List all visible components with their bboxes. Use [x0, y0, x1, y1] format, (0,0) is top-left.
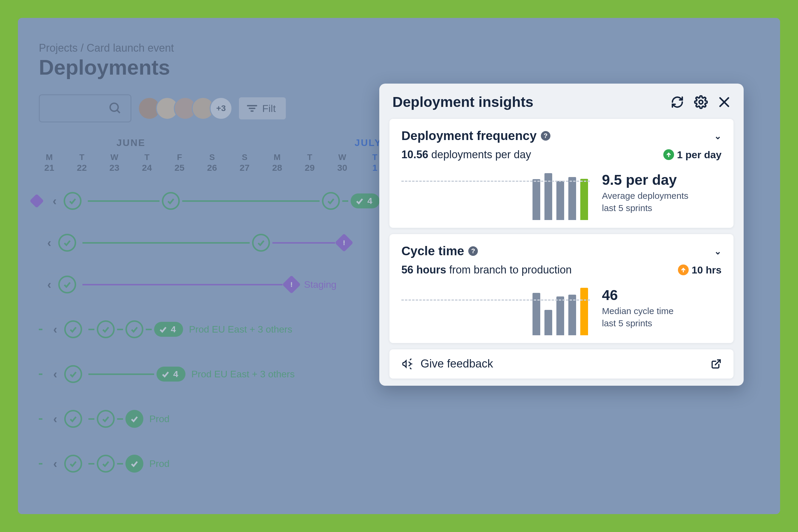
success-check-icon [162, 192, 180, 210]
app-frame: Projects / Card launch event Deployments… [18, 18, 780, 514]
svg-line-17 [715, 360, 720, 365]
spark-bar [556, 297, 564, 335]
cycle-avg-value: 46 [602, 287, 722, 303]
connector-line [88, 329, 94, 330]
feedback-button[interactable]: Give feedback [389, 349, 734, 379]
help-icon[interactable]: ? [541, 131, 551, 140]
expand-pill[interactable]: ‹ [45, 408, 86, 430]
expand-pill[interactable]: ‹ [39, 232, 80, 254]
deployment-pill[interactable]: 4 [154, 322, 183, 337]
calendar-day[interactable]: T22 [71, 153, 92, 173]
deployment-pill[interactable]: 4 [351, 193, 379, 208]
cycle-value: 56 hours [402, 264, 446, 276]
warning-diamond-icon [282, 275, 301, 294]
expand-pill[interactable]: ‹ [45, 453, 86, 475]
connector-line [182, 200, 319, 202]
env-label: Prod [149, 458, 170, 469]
success-check-icon [97, 320, 115, 338]
svg-point-0 [110, 103, 118, 111]
connector-line [272, 242, 335, 244]
timeline-row[interactable]: ‹ Prod [39, 404, 759, 434]
calendar-day[interactable]: S27 [234, 153, 255, 173]
close-icon[interactable] [718, 96, 730, 108]
freq-avg-value: 9.5 per day [602, 172, 722, 188]
calendar-day[interactable]: S26 [202, 153, 222, 173]
calendar-day[interactable]: F25 [169, 153, 190, 173]
success-check-icon [322, 192, 340, 210]
deployment-insights-panel: Deployment insights Deployment frequency… [379, 83, 744, 386]
spark-bar [556, 181, 564, 220]
spark-bar [533, 179, 540, 220]
calendar-day[interactable]: W23 [104, 153, 125, 173]
calendar-day[interactable]: M21 [39, 153, 60, 173]
expand-pill[interactable]: ‹ [44, 190, 86, 212]
spark-bar [580, 288, 588, 335]
timeline-row[interactable]: ‹ Prod [39, 449, 759, 478]
avatar-overflow[interactable]: +3 [210, 97, 233, 120]
success-check-icon [97, 410, 115, 428]
arrow-up-icon [678, 265, 689, 275]
refresh-icon[interactable] [671, 96, 684, 109]
expand-pill[interactable]: ‹ [39, 273, 80, 296]
connector-line [82, 242, 250, 244]
chevron-down-icon[interactable]: ⌄ [714, 246, 722, 256]
expand-pill[interactable]: ‹ [45, 363, 86, 385]
cycle-delta-value: 10 hrs [692, 264, 722, 276]
calendar-day[interactable]: W30 [332, 153, 353, 173]
connector-line [88, 200, 160, 202]
panel-actions [671, 95, 730, 109]
deployment-pill[interactable]: 4 [156, 367, 185, 382]
svg-line-14 [410, 359, 411, 360]
chevron-left-icon: ‹ [46, 365, 64, 383]
svg-line-1 [117, 110, 120, 113]
env-label: Prod EU East + 3 others [191, 369, 295, 380]
calendar-day[interactable]: M28 [267, 153, 287, 173]
check-icon [158, 324, 168, 334]
calendar-month: JULY [354, 137, 382, 148]
calendar-day[interactable]: T24 [136, 153, 157, 173]
connector-line [117, 329, 123, 330]
help-icon[interactable]: ? [468, 246, 478, 256]
external-link-icon [711, 359, 722, 369]
cycle-subtitle: 56 hours from branch to production [402, 264, 572, 276]
success-check-solid-icon [126, 410, 143, 428]
spark-bar [568, 294, 576, 335]
breadcrumb-root[interactable]: Projects [39, 42, 78, 54]
deployment-count: 4 [367, 196, 372, 206]
deployment-count: 4 [173, 369, 178, 379]
warning-diamond-icon [335, 233, 353, 252]
svg-point-9 [699, 100, 703, 103]
breadcrumb[interactable]: Projects / Card launch event [39, 42, 759, 54]
panel-title: Deployment insights [392, 94, 533, 110]
success-check-icon [252, 234, 270, 252]
success-check-icon [58, 276, 76, 293]
cycle-time-card: Cycle time ? ⌄ 56 hours from branch to p… [389, 234, 734, 343]
freq-delta: 1 per day [663, 149, 722, 160]
freq-sparkline [402, 163, 590, 220]
calendar-day[interactable]: T29 [299, 153, 320, 173]
gear-icon[interactable] [694, 95, 708, 109]
expand-pill[interactable]: ‹ [45, 318, 86, 340]
connector-line [88, 463, 94, 464]
connector-line [342, 200, 348, 202]
breadcrumb-leaf[interactable]: Card launch event [87, 42, 174, 54]
avatar-group[interactable]: +3 [138, 97, 233, 120]
success-check-icon [64, 365, 82, 383]
feedback-label: Give feedback [421, 357, 493, 370]
calendar-month: JUNE [116, 137, 145, 148]
cycle-delta: 10 hrs [678, 264, 722, 276]
env-label: Prod EU East + 3 others [189, 324, 292, 335]
success-check-icon [64, 410, 82, 428]
connector-line [88, 418, 94, 420]
freq-avg-label: Average deployments last 5 sprints [602, 190, 722, 214]
svg-line-16 [410, 367, 411, 369]
filter-button[interactable]: Filt [239, 97, 286, 119]
filter-icon [247, 104, 257, 113]
chevron-left-icon: ‹ [46, 410, 64, 428]
chevron-down-icon[interactable]: ⌄ [714, 131, 722, 141]
search-input[interactable] [39, 94, 131, 122]
freq-summary: 9.5 per day Average deployments last 5 s… [602, 172, 722, 220]
spark-bar [544, 310, 552, 335]
warning-diamond-icon [30, 194, 44, 208]
connector-line [88, 374, 154, 375]
